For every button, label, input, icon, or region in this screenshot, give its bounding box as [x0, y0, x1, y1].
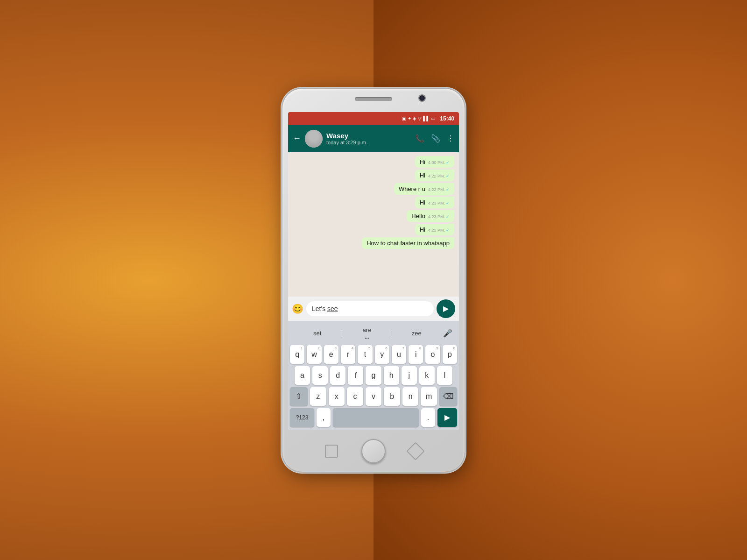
nav-back-btn[interactable]: [406, 442, 425, 461]
key-s[interactable]: s: [312, 366, 328, 385]
suggestion-set[interactable]: set: [293, 329, 342, 338]
keyboard-send-key[interactable]: ▶: [437, 408, 457, 427]
key-h[interactable]: h: [384, 366, 399, 385]
more-options-icon[interactable]: ⋮: [447, 134, 454, 143]
key-g[interactable]: g: [366, 366, 381, 385]
numbers-key[interactable]: ?123: [290, 408, 314, 427]
msg-text-2: Hi: [420, 172, 425, 179]
key-y[interactable]: 6y: [375, 345, 389, 364]
key-x[interactable]: x: [329, 387, 345, 406]
status-bar: ▣ ✦ ◈ ▽ ▌▌ ▭ 15:40: [288, 112, 459, 125]
msg-meta-5: 4:23 PM. ✓: [428, 214, 450, 219]
phone-speaker: [355, 97, 392, 101]
wa-header: ← Wasey today at 3:29 p.m. 📞 📎 ⋮: [288, 125, 459, 152]
backspace-key[interactable]: ⌫: [439, 387, 457, 406]
wifi-icon: ▽: [418, 116, 422, 121]
phone-call-icon[interactable]: 📞: [415, 134, 424, 143]
key-j[interactable]: j: [402, 366, 417, 385]
key-k[interactable]: k: [419, 366, 435, 385]
screen-content: ▣ ✦ ◈ ▽ ▌▌ ▭ 15:40 ← Wa: [288, 112, 459, 430]
key-m[interactable]: m: [421, 387, 437, 406]
signal-icon: ▣: [402, 116, 406, 121]
suggestions-row: set are••• zee 🎤: [290, 324, 457, 343]
keyboard: set are••• zee 🎤 1q 2w 3e 4r 5t: [288, 321, 459, 430]
key-row-2: a s d f g h j k l: [290, 366, 457, 385]
msg-text-6: Hi: [420, 226, 425, 233]
msg-text-3: Where r u: [399, 185, 425, 192]
message-3: Where r u 4:22 PM. ✓: [394, 183, 454, 195]
key-e[interactable]: 3e: [324, 345, 338, 364]
key-row-4: ?123 , . ▶: [290, 408, 457, 427]
emoji-button[interactable]: 😊: [292, 303, 303, 314]
key-n[interactable]: n: [402, 387, 419, 406]
suggestion-zee[interactable]: zee: [392, 329, 441, 338]
status-icons: ▣ ✦ ◈ ▽ ▌▌ ▭: [402, 116, 435, 121]
msg-meta-4: 4:23 PM. ✓: [428, 201, 450, 206]
bluetooth-icon: ✦: [408, 116, 411, 121]
nav-recent-btn[interactable]: [325, 445, 338, 458]
msg-meta-1: 4:00 PM. ✓: [428, 160, 450, 165]
send-icon: ▶: [443, 304, 449, 313]
input-area: 😊 Let's see ▶: [288, 297, 459, 321]
msg-text-5: Hello: [411, 213, 425, 220]
battery-icon: ▭: [431, 116, 435, 121]
phone-screen: ▣ ✦ ◈ ▽ ▌▌ ▭ 15:40 ← Wa: [288, 112, 459, 430]
msg-meta-6: 4:23 PM. ✓: [428, 228, 450, 233]
nfc-icon: ◈: [413, 116, 416, 121]
message-input[interactable]: Let's see: [306, 301, 434, 316]
contact-status: today at 3:29 p.m.: [326, 140, 411, 145]
message-5: Hello 4:23 PM. ✓: [407, 210, 454, 222]
suggestion-are[interactable]: are•••: [342, 326, 391, 341]
key-d[interactable]: d: [330, 366, 345, 385]
contact-name: Wasey: [326, 132, 411, 140]
key-row-1: 1q 2w 3e 4r 5t 6y 7u 8i 9o 0p: [290, 345, 457, 364]
send-button[interactable]: ▶: [437, 299, 455, 318]
key-f[interactable]: f: [348, 366, 363, 385]
mic-icon[interactable]: 🎤: [441, 329, 454, 338]
key-v[interactable]: v: [366, 387, 382, 406]
back-button[interactable]: ←: [293, 134, 301, 143]
msg-text-7: How to chat faster in whatsapp: [366, 240, 450, 247]
message-6: Hi 4:23 PM. ✓: [415, 224, 454, 235]
key-b[interactable]: b: [384, 387, 400, 406]
key-z[interactable]: z: [310, 387, 326, 406]
period-key[interactable]: .: [421, 408, 435, 427]
phone-camera: [419, 95, 425, 101]
msg-text-1: Hi: [420, 158, 425, 165]
signal-bars-icon: ▌▌: [423, 116, 430, 121]
space-key[interactable]: [333, 408, 419, 427]
key-row-3: ⇧ z x c v b n m ⌫: [290, 387, 457, 406]
contact-info: Wasey today at 3:29 p.m.: [326, 132, 411, 145]
key-l[interactable]: l: [437, 366, 452, 385]
avatar: [305, 130, 323, 148]
home-button[interactable]: [361, 439, 386, 463]
shift-key[interactable]: ⇧: [290, 387, 308, 406]
msg-meta-3: 4:22 PM. ✓: [428, 187, 450, 192]
header-icons: 📞 📎 ⋮: [415, 134, 454, 143]
chat-area: Hi 4:00 PM. ✓ Hi 4:22 PM. ✓ Where r u 4:…: [288, 152, 459, 297]
key-o[interactable]: 9o: [425, 345, 440, 364]
message-4: Hi 4:23 PM. ✓: [415, 197, 454, 208]
avatar-image: [305, 130, 323, 148]
key-r[interactable]: 4r: [341, 345, 355, 364]
phone-bottom: [325, 439, 422, 463]
scene: ▣ ✦ ◈ ▽ ▌▌ ▭ 15:40 ← Wa: [252, 35, 495, 525]
video-call-icon[interactable]: 📎: [431, 134, 440, 143]
key-c[interactable]: c: [347, 387, 363, 406]
key-p[interactable]: 0p: [443, 345, 457, 364]
status-time: 15:40: [440, 115, 454, 122]
key-q[interactable]: 1q: [290, 345, 304, 364]
key-i[interactable]: 8i: [409, 345, 423, 364]
phone: ▣ ✦ ◈ ▽ ▌▌ ▭ 15:40 ← Wa: [282, 89, 465, 472]
msg-meta-2: 4:22 PM. ✓: [428, 174, 450, 178]
key-u[interactable]: 7u: [392, 345, 406, 364]
key-t[interactable]: 5t: [358, 345, 372, 364]
key-a[interactable]: a: [295, 366, 310, 385]
message-7: How to chat faster in whatsapp: [362, 237, 454, 249]
msg-text-4: Hi: [420, 199, 425, 206]
message-2: Hi 4:22 PM. ✓: [415, 170, 454, 181]
message-1: Hi 4:00 PM. ✓: [415, 156, 454, 168]
key-w[interactable]: 2w: [307, 345, 321, 364]
comma-key[interactable]: ,: [317, 408, 331, 427]
